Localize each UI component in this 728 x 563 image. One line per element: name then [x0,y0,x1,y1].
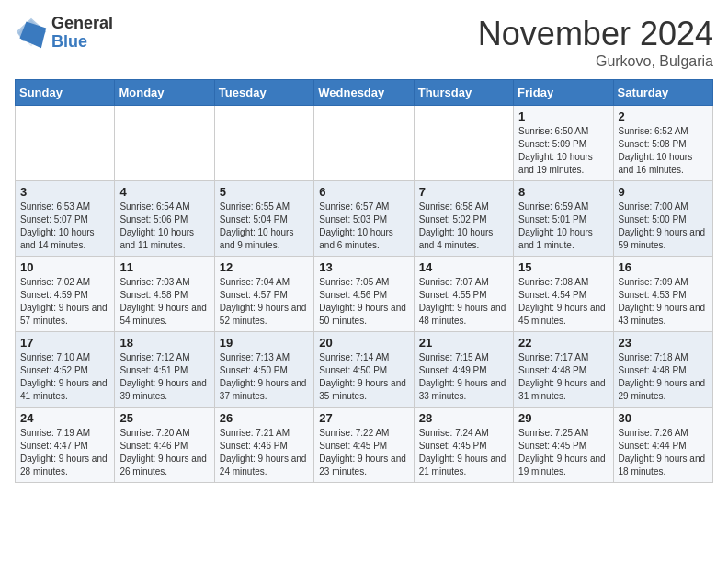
logo-text: General Blue [51,15,113,52]
day-number: 28 [419,411,508,425]
day-info: Sunrise: 7:20 AM Sunset: 4:46 PM Dayligh… [119,427,209,478]
logo-blue: Blue [51,33,113,52]
day-info: Sunrise: 6:53 AM Sunset: 5:07 PM Dayligh… [20,201,109,252]
day-number: 13 [319,260,408,274]
day-number: 8 [518,185,608,199]
calendar-cell: 20Sunrise: 7:14 AM Sunset: 4:50 PM Dayli… [314,332,414,408]
weekday-header-thursday: Thursday [414,80,513,106]
day-info: Sunrise: 7:21 AM Sunset: 4:46 PM Dayligh… [220,427,309,478]
day-info: Sunrise: 7:07 AM Sunset: 4:55 PM Dayligh… [419,276,508,327]
day-info: Sunrise: 7:12 AM Sunset: 4:51 PM Dayligh… [119,351,209,403]
day-info: Sunrise: 7:26 AM Sunset: 4:44 PM Dayligh… [619,427,708,478]
day-number: 20 [319,336,408,350]
calendar-cell: 18Sunrise: 7:12 AM Sunset: 4:51 PM Dayli… [115,332,214,408]
day-info: Sunrise: 7:03 AM Sunset: 4:58 PM Dayligh… [119,276,209,327]
day-info: Sunrise: 7:02 AM Sunset: 4:59 PM Dayligh… [20,276,109,327]
day-info: Sunrise: 7:08 AM Sunset: 4:54 PM Dayligh… [518,276,608,327]
calendar-cell: 9Sunrise: 7:00 AM Sunset: 5:00 PM Daylig… [613,181,712,257]
calendar-cell: 23Sunrise: 7:18 AM Sunset: 4:48 PM Dayli… [613,332,712,408]
day-info: Sunrise: 7:10 AM Sunset: 4:52 PM Dayligh… [20,351,109,403]
week-row-1: 1Sunrise: 6:50 AM Sunset: 5:09 PM Daylig… [16,106,713,181]
calendar-cell: 13Sunrise: 7:05 AM Sunset: 4:56 PM Dayli… [314,257,414,332]
weekday-header-friday: Friday [514,80,613,106]
title-area: November 2024 Gurkovo, Bulgaria [478,15,713,70]
day-number: 26 [220,411,309,425]
week-row-3: 10Sunrise: 7:02 AM Sunset: 4:59 PM Dayli… [16,257,713,332]
day-info: Sunrise: 7:00 AM Sunset: 5:00 PM Dayligh… [619,201,708,252]
calendar-cell [115,106,214,181]
day-number: 16 [619,260,708,274]
calendar-cell: 16Sunrise: 7:09 AM Sunset: 4:53 PM Dayli… [613,257,712,332]
calendar-cell: 30Sunrise: 7:26 AM Sunset: 4:44 PM Dayli… [613,408,712,483]
day-number: 27 [319,411,408,425]
calendar-cell [214,106,313,181]
calendar-cell: 12Sunrise: 7:04 AM Sunset: 4:57 PM Dayli… [214,257,313,332]
day-info: Sunrise: 7:18 AM Sunset: 4:48 PM Dayligh… [619,351,708,403]
weekday-header-row: SundayMondayTuesdayWednesdayThursdayFrid… [16,80,713,106]
calendar-cell: 19Sunrise: 7:13 AM Sunset: 4:50 PM Dayli… [214,332,313,408]
calendar-cell: 27Sunrise: 7:22 AM Sunset: 4:45 PM Dayli… [314,408,414,483]
day-number: 25 [119,411,209,425]
day-number: 18 [119,336,209,350]
calendar-cell: 4Sunrise: 6:54 AM Sunset: 5:06 PM Daylig… [115,181,214,257]
day-number: 2 [619,109,708,123]
day-number: 3 [20,185,109,199]
calendar-cell [16,106,115,181]
day-number: 17 [20,336,109,350]
logo-icon [15,17,48,50]
day-number: 19 [220,336,309,350]
calendar-cell: 15Sunrise: 7:08 AM Sunset: 4:54 PM Dayli… [514,257,613,332]
week-row-2: 3Sunrise: 6:53 AM Sunset: 5:07 PM Daylig… [16,181,713,257]
day-info: Sunrise: 7:15 AM Sunset: 4:49 PM Dayligh… [419,351,508,403]
weekday-header-wednesday: Wednesday [314,80,414,106]
calendar-cell: 25Sunrise: 7:20 AM Sunset: 4:46 PM Dayli… [115,408,214,483]
location-title: Gurkovo, Bulgaria [478,53,713,70]
logo: General Blue [15,15,113,52]
page-header: General Blue November 2024 Gurkovo, Bulg… [15,15,713,70]
day-info: Sunrise: 6:57 AM Sunset: 5:03 PM Dayligh… [319,201,408,252]
weekday-header-tuesday: Tuesday [214,80,313,106]
day-number: 5 [220,185,309,199]
calendar-cell: 21Sunrise: 7:15 AM Sunset: 4:49 PM Dayli… [414,332,513,408]
day-number: 21 [419,336,508,350]
day-info: Sunrise: 6:50 AM Sunset: 5:09 PM Dayligh… [518,125,608,177]
day-number: 11 [119,260,209,274]
day-info: Sunrise: 7:14 AM Sunset: 4:50 PM Dayligh… [319,351,408,403]
day-number: 29 [518,411,608,425]
calendar-cell: 8Sunrise: 6:59 AM Sunset: 5:01 PM Daylig… [514,181,613,257]
calendar-table: SundayMondayTuesdayWednesdayThursdayFrid… [15,79,713,483]
calendar-cell [314,106,414,181]
calendar-cell: 1Sunrise: 6:50 AM Sunset: 5:09 PM Daylig… [514,106,613,181]
calendar-cell: 6Sunrise: 6:57 AM Sunset: 5:03 PM Daylig… [314,181,414,257]
calendar-cell: 2Sunrise: 6:52 AM Sunset: 5:08 PM Daylig… [613,106,712,181]
day-info: Sunrise: 6:52 AM Sunset: 5:08 PM Dayligh… [619,125,708,177]
calendar-cell: 29Sunrise: 7:25 AM Sunset: 4:45 PM Dayli… [514,408,613,483]
day-number: 10 [20,260,109,274]
day-number: 15 [518,260,608,274]
day-number: 6 [319,185,408,199]
day-number: 24 [20,411,109,425]
calendar-cell: 7Sunrise: 6:58 AM Sunset: 5:02 PM Daylig… [414,181,513,257]
weekday-header-monday: Monday [115,80,214,106]
calendar-cell: 24Sunrise: 7:19 AM Sunset: 4:47 PM Dayli… [16,408,115,483]
calendar-cell [414,106,513,181]
day-info: Sunrise: 6:54 AM Sunset: 5:06 PM Dayligh… [119,201,209,252]
day-info: Sunrise: 7:24 AM Sunset: 4:45 PM Dayligh… [419,427,508,478]
calendar-cell: 11Sunrise: 7:03 AM Sunset: 4:58 PM Dayli… [115,257,214,332]
day-info: Sunrise: 6:58 AM Sunset: 5:02 PM Dayligh… [419,201,508,252]
calendar-cell: 5Sunrise: 6:55 AM Sunset: 5:04 PM Daylig… [214,181,313,257]
day-info: Sunrise: 7:22 AM Sunset: 4:45 PM Dayligh… [319,427,408,478]
calendar-cell: 14Sunrise: 7:07 AM Sunset: 4:55 PM Dayli… [414,257,513,332]
day-number: 7 [419,185,508,199]
day-info: Sunrise: 7:17 AM Sunset: 4:48 PM Dayligh… [518,351,608,403]
month-title: November 2024 [478,15,713,53]
week-row-5: 24Sunrise: 7:19 AM Sunset: 4:47 PM Dayli… [16,408,713,483]
calendar-cell: 26Sunrise: 7:21 AM Sunset: 4:46 PM Dayli… [214,408,313,483]
calendar-cell: 22Sunrise: 7:17 AM Sunset: 4:48 PM Dayli… [514,332,613,408]
logo-general: General [51,15,113,33]
day-number: 22 [518,336,608,350]
day-info: Sunrise: 6:55 AM Sunset: 5:04 PM Dayligh… [220,201,309,252]
day-number: 14 [419,260,508,274]
day-info: Sunrise: 7:25 AM Sunset: 4:45 PM Dayligh… [518,427,608,478]
day-info: Sunrise: 7:04 AM Sunset: 4:57 PM Dayligh… [220,276,309,327]
